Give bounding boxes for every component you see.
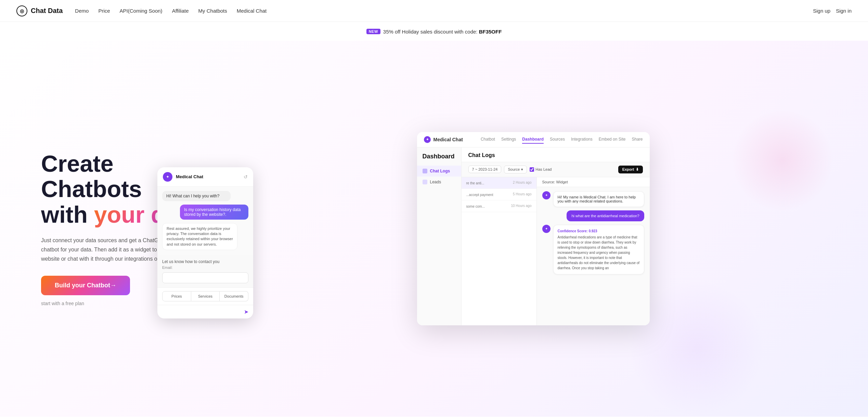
navbar: ◎ Chat Data Demo Price API(Coming Soon) … — [0, 0, 868, 22]
confidence-score: Confidence Score: 0.923 — [558, 229, 640, 234]
dash-nav-integrations[interactable]: Integrations — [571, 135, 593, 144]
confidence-text: Antidiarrheal medications are a type of … — [558, 235, 640, 270]
dashboard-topbar: ✦ Medical Chat Chatbot Settings Dashboar… — [417, 132, 650, 147]
source-label: Source: Widget — [537, 177, 650, 187]
dash-nav-chatbot[interactable]: Chatbot — [481, 135, 495, 144]
filter-bar: 7 ~ 2023-11-24 Source ▾ Has Lead Export … — [462, 162, 650, 177]
widget-header: ✦ Medical Chat ↺ — [157, 167, 253, 187]
navbar-left: ◎ Chat Data Demo Price API(Coming Soon) … — [16, 5, 267, 16]
dash-nav-sources[interactable]: Sources — [550, 135, 565, 144]
nav-demo[interactable]: Demo — [75, 8, 89, 14]
dashboard-sidebar: Dashboard Chat Logs Leads — [417, 147, 462, 325]
sidebar-item-chatlogs[interactable]: Chat Logs — [417, 166, 461, 177]
nav-price[interactable]: Price — [98, 8, 110, 14]
nav-affiliate[interactable]: Affiliate — [172, 8, 189, 14]
chat-list: 2 Hours ago re the anti... 5 Hours ago .… — [462, 177, 537, 325]
banner-text: 35% off Holiday sales discount with code… — [383, 29, 502, 35]
chat-detail: Source: Widget ✦ Hi! My name is Medical … — [537, 177, 650, 325]
promo-code: BF35OFF — [479, 29, 502, 35]
confidence-bubble: Confidence Score: 0.923 Antidiarrheal me… — [553, 225, 644, 274]
bot-message: ✦ Hi! My name is Medical Chat. I am here… — [542, 191, 644, 207]
widget-lead-form: Let us know how to contact you Email: — [157, 255, 253, 287]
chatlogs-label: Chat Logs — [430, 169, 450, 173]
leads-icon — [423, 180, 427, 184]
nav-api[interactable]: API(Coming Soon) — [120, 8, 163, 14]
filter-haslead[interactable]: Has Lead — [530, 167, 552, 172]
chat-logs-header: Chat Logs — [462, 147, 650, 162]
dash-nav-embed[interactable]: Embed on Site — [599, 135, 626, 144]
widget-bot-greeting: Hi! What can I help you with? — [162, 191, 231, 201]
dashboard-title: Dashboard — [417, 153, 461, 166]
chevron-down-icon: ▾ — [521, 167, 523, 172]
sidebar-item-leads[interactable]: Leads — [417, 177, 461, 187]
bot-bubble: Hi! My name is Medical Chat. I am here t… — [553, 191, 644, 207]
new-badge: NEW — [366, 29, 380, 34]
filter-source[interactable]: Source ▾ — [504, 166, 527, 173]
chat-area: 2 Hours ago re the anti... 5 Hours ago .… — [462, 177, 650, 325]
widget-lead-field-label: Email: — [162, 265, 248, 270]
widget-icon: ✦ — [163, 172, 172, 182]
bot-avatar: ✦ — [542, 191, 550, 199]
logo[interactable]: ◎ Chat Data — [16, 5, 63, 16]
chat-messages: ✦ Hi! My name is Medical Chat. I am here… — [537, 187, 650, 325]
hero-section: Create Chatbots with your data Just conn… — [0, 41, 868, 417]
build-chatbot-button[interactable]: Build your Chatbot→ — [41, 276, 130, 295]
leads-label: Leads — [430, 180, 441, 184]
widget-messages: Hi! What can I help you with? Is my conv… — [157, 187, 253, 255]
chat-list-item[interactable]: 2 Hours ago re the anti... — [462, 177, 536, 189]
nav-medical-chat[interactable]: Medical Chat — [237, 8, 267, 14]
export-icon: ⬇ — [636, 167, 639, 172]
nav-my-chatbots[interactable]: My Chatbots — [198, 8, 227, 14]
widget-bot-reply: Rest assured, we highly prioritize your … — [162, 223, 237, 250]
export-button[interactable]: Export ⬇ — [618, 166, 643, 173]
bot-avatar: ✦ — [542, 225, 550, 233]
widget-tab-services[interactable]: Services — [191, 291, 220, 301]
dashboard-brand-name: Medical Chat — [433, 137, 463, 142]
nav-links: Demo Price API(Coming Soon) Affiliate My… — [75, 8, 267, 14]
promo-banner: NEW 35% off Holiday sales discount with … — [0, 22, 868, 41]
hero-right: ✦ Medical Chat Chatbot Settings Dashboar… — [226, 132, 841, 325]
bot-confidence-message: ✦ Confidence Score: 0.923 Antidiarrheal … — [542, 225, 644, 274]
widget-input-bar: ➤ — [157, 305, 253, 318]
widget-email-input[interactable] — [162, 272, 248, 283]
dashboard-mockup: ✦ Medical Chat Chatbot Settings Dashboar… — [417, 132, 650, 325]
widget-lead-label: Let us know how to contact you — [162, 259, 248, 264]
widget-title: Medical Chat — [176, 174, 203, 179]
user-message: hi what are the antidiarrheal medication… — [542, 210, 644, 221]
user-bubble: hi what are the antidiarrheal medication… — [567, 210, 644, 221]
signup-button[interactable]: Sign up — [813, 8, 830, 14]
widget-message-input[interactable] — [162, 309, 241, 314]
dashboard-main: Chat Logs 7 ~ 2023-11-24 Source ▾ Has Le… — [462, 147, 650, 325]
logo-icon: ◎ — [16, 5, 27, 16]
widget-user-msg: Is my conversation history data stored b… — [180, 205, 248, 220]
dash-nav-settings[interactable]: Settings — [501, 135, 516, 144]
dashboard-content: Dashboard Chat Logs Leads Chat Logs 7 ~ … — [417, 147, 650, 325]
refresh-icon[interactable]: ↺ — [244, 174, 248, 180]
dash-nav-dashboard[interactable]: Dashboard — [522, 135, 544, 144]
widget-tab-prices[interactable]: Prices — [162, 291, 191, 301]
navbar-right: Sign up Sign in — [813, 8, 852, 14]
chatlogs-icon — [423, 169, 427, 173]
logo-text: Chat Data — [31, 7, 63, 15]
dashboard-brand: ✦ Medical Chat — [424, 136, 463, 143]
chat-list-item[interactable]: 5 Hours ago ...accept payment — [462, 189, 536, 200]
widget-tab-documents[interactable]: Documents — [220, 291, 248, 301]
haslead-checkbox[interactable] — [530, 167, 534, 172]
widget-tabs: Prices Services Documents — [157, 287, 253, 305]
send-icon[interactable]: ➤ — [244, 309, 248, 315]
chat-widget: ✦ Medical Chat ↺ Hi! What can I help you… — [157, 167, 253, 318]
filter-date[interactable]: 7 ~ 2023-11-24 — [468, 166, 502, 173]
dashboard-brand-icon: ✦ — [424, 136, 431, 143]
chat-list-item[interactable]: 10 Hours ago some com... — [462, 200, 536, 212]
dashboard-nav: Chatbot Settings Dashboard Sources Integ… — [481, 135, 643, 144]
signin-button[interactable]: Sign in — [836, 8, 852, 14]
dash-nav-share[interactable]: Share — [632, 135, 643, 144]
